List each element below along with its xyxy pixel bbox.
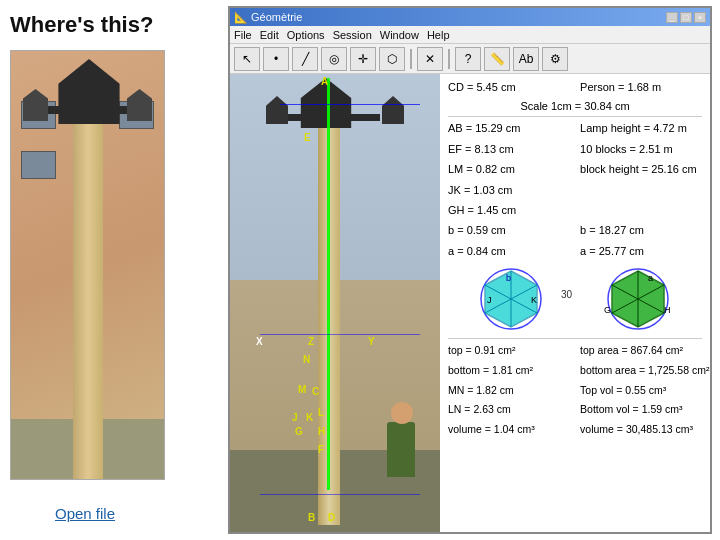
measurements-row-1: CD = 5.45 cm Person = 1.68 m bbox=[448, 80, 702, 97]
bottom-small: bottom = 1.81 cm² bbox=[448, 363, 570, 378]
label-M: M bbox=[298, 384, 306, 395]
label-D: D bbox=[328, 512, 335, 523]
svg-text:H: H bbox=[664, 305, 671, 315]
block-height-measurement: block height = 25.16 cm bbox=[580, 162, 702, 177]
ln-measurement: LN = 2.63 cm bbox=[448, 402, 570, 417]
jk-measurement: JK = 1.03 cm bbox=[448, 183, 570, 198]
b-large-measurement: b = 18.27 cm bbox=[580, 223, 702, 238]
svg-text:b: b bbox=[506, 273, 511, 283]
close-button[interactable]: × bbox=[694, 12, 706, 23]
label-Z: Z bbox=[308, 336, 314, 347]
divider-1 bbox=[448, 116, 702, 117]
toolbar-separator-1 bbox=[410, 49, 412, 69]
measure-tool[interactable]: 📏 bbox=[484, 47, 510, 71]
cd-measurement: CD = 5.45 cm bbox=[448, 80, 570, 95]
bottom-row-2: bottom = 1.81 cm² bottom area = 1,725.58… bbox=[448, 363, 702, 380]
bottom-row-4: LN = 2.63 cm Bottom vol = 1.59 cm³ bbox=[448, 402, 702, 419]
bottom-row-3: MN = 1.82 cm Top vol = 0.55 cm³ bbox=[448, 383, 702, 400]
app-window: 📐 Géomètrie _ □ × File Edit Options Sess… bbox=[228, 6, 712, 534]
top-area-large: top area = 867.64 cm² bbox=[580, 343, 702, 358]
data-panel: CD = 5.45 cm Person = 1.68 m Scale 1cm =… bbox=[440, 74, 710, 532]
measurements-row-2: AB = 15.29 cm Lamp height = 4.72 m bbox=[448, 121, 702, 138]
menu-options[interactable]: Options bbox=[287, 29, 325, 41]
line-tool[interactable]: ╱ bbox=[292, 47, 318, 71]
right-hexagon: G H a bbox=[596, 267, 681, 332]
label-C: C bbox=[312, 386, 319, 397]
toolbar-separator-2 bbox=[448, 49, 450, 69]
label-J: J bbox=[292, 412, 298, 423]
svg-text:G: G bbox=[604, 305, 611, 315]
bottom-vol: Bottom vol = 1.59 cm³ bbox=[580, 402, 702, 417]
scale-measurement: Scale 1cm = 30.84 cm bbox=[448, 100, 702, 112]
circle-tool[interactable]: ◎ bbox=[321, 47, 347, 71]
label-N: N bbox=[303, 354, 310, 365]
bottom-row-5: volume = 1.04 cm³ volume = 30,485.13 cm³ bbox=[448, 422, 702, 439]
mn-measurement: MN = 1.82 cm bbox=[448, 383, 570, 398]
open-file-link[interactable]: Open file bbox=[55, 505, 115, 522]
title-bar-buttons: _ □ × bbox=[666, 12, 706, 23]
b-small-measurement: b = 0.59 cm bbox=[448, 223, 570, 238]
bottom-data: top = 0.91 cm² top area = 867.64 cm² bot… bbox=[448, 343, 702, 438]
measurements-row-7: b = 0.59 cm b = 18.27 cm bbox=[448, 223, 702, 240]
label-B: B bbox=[308, 512, 315, 523]
text-tool[interactable]: Ab bbox=[513, 47, 539, 71]
minimize-button[interactable]: _ bbox=[666, 12, 678, 23]
photo-area: A E N M C J K G L H F B D X Z Y bbox=[230, 74, 440, 532]
menu-edit[interactable]: Edit bbox=[260, 29, 279, 41]
volume-large: volume = 30,485.13 cm³ bbox=[580, 422, 702, 437]
label-H: H bbox=[318, 426, 325, 437]
menu-bar: File Edit Options Session Window Help bbox=[230, 26, 710, 44]
settings-tool[interactable]: ⚙ bbox=[542, 47, 568, 71]
svg-text:a: a bbox=[648, 273, 653, 283]
blocks-10-measurement: 10 blocks = 2.51 m bbox=[580, 142, 702, 157]
bottom-row-1: top = 0.91 cm² top area = 867.64 cm² bbox=[448, 343, 702, 360]
bottom-large: bottom area = 1,725.58 cm² bbox=[580, 363, 702, 378]
menu-help[interactable]: Help bbox=[427, 29, 450, 41]
app-title: 📐 Géomètrie bbox=[234, 11, 302, 24]
cursor-tool[interactable]: ↖ bbox=[234, 47, 260, 71]
label-X: X bbox=[256, 336, 263, 347]
maximize-button[interactable]: □ bbox=[680, 12, 692, 23]
divider-2 bbox=[448, 338, 702, 339]
lm-measurement: LM = 0.82 cm bbox=[448, 162, 570, 177]
label-Y: Y bbox=[368, 336, 375, 347]
label-E: E bbox=[304, 132, 311, 143]
label-L: L bbox=[318, 407, 324, 418]
top-area-small: top = 0.91 cm² bbox=[448, 343, 570, 358]
measurements-row-8: a = 0.84 cm a = 25.77 cm bbox=[448, 244, 702, 261]
svg-text:J: J bbox=[487, 295, 492, 305]
ab-measurement: AB = 15.29 cm bbox=[448, 121, 570, 136]
label-K: K bbox=[306, 412, 313, 423]
toolbar: ↖ • ╱ ◎ ✛ ⬡ ✕ ? 📏 Ab ⚙ bbox=[230, 44, 710, 74]
top-vol: Top vol = 0.55 cm³ bbox=[580, 383, 702, 398]
menu-file[interactable]: File bbox=[234, 29, 252, 41]
measurements-row-3: EF = 8.13 cm 10 blocks = 2.51 m bbox=[448, 142, 702, 159]
menu-session[interactable]: Session bbox=[333, 29, 372, 41]
measurements-row-5: JK = 1.03 cm bbox=[448, 183, 702, 200]
shapes-area: J K b 30 bbox=[448, 267, 702, 332]
shape-num-30: 30 bbox=[561, 289, 572, 300]
svg-text:K: K bbox=[531, 295, 537, 305]
help-tool[interactable]: ? bbox=[455, 47, 481, 71]
ef-measurement: EF = 8.13 cm bbox=[448, 142, 570, 157]
a-large-measurement: a = 25.77 cm bbox=[580, 244, 702, 259]
menu-window[interactable]: Window bbox=[380, 29, 419, 41]
a-small-measurement: a = 0.84 cm bbox=[448, 244, 570, 259]
page-title: Where's this? bbox=[10, 12, 153, 38]
gh-measurement: GH = 1.45 cm bbox=[448, 203, 570, 218]
delete-tool[interactable]: ✕ bbox=[417, 47, 443, 71]
volume-small: volume = 1.04 cm³ bbox=[448, 422, 570, 437]
measurements-row-6: GH = 1.45 cm bbox=[448, 203, 702, 220]
main-content: A E N M C J K G L H F B D X Z Y bbox=[230, 74, 710, 532]
left-photo bbox=[10, 50, 165, 480]
title-bar: 📐 Géomètrie _ □ × bbox=[230, 8, 710, 26]
point-tool[interactable]: • bbox=[263, 47, 289, 71]
polygon-tool[interactable]: ⬡ bbox=[379, 47, 405, 71]
lamp-height-measurement: Lamp height = 4.72 m bbox=[580, 121, 702, 136]
label-A: A bbox=[321, 76, 328, 87]
label-F: F bbox=[318, 444, 324, 455]
label-G: G bbox=[295, 426, 303, 437]
measurements-row-4: LM = 0.82 cm block height = 25.16 cm bbox=[448, 162, 702, 179]
person-measurement: Person = 1.68 m bbox=[580, 80, 702, 95]
move-tool[interactable]: ✛ bbox=[350, 47, 376, 71]
